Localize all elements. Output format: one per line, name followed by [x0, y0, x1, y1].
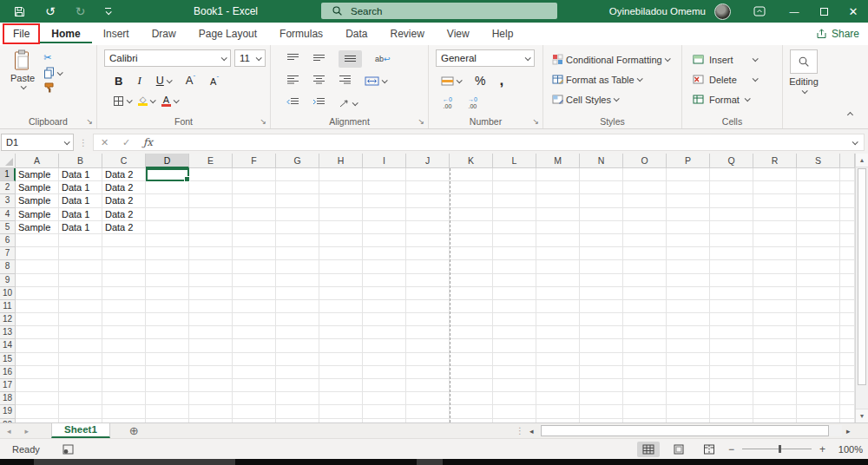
cell-J17[interactable] — [406, 379, 450, 392]
sheet-tab-sheet1[interactable]: Sheet1 — [51, 423, 110, 438]
increase-indent-button[interactable] — [312, 97, 326, 109]
cell-D4[interactable] — [146, 208, 189, 221]
cell-R16[interactable] — [753, 366, 797, 379]
cell-Q6[interactable] — [710, 234, 753, 247]
row-header-1[interactable]: 1 — [0, 168, 16, 181]
cell-D13[interactable] — [146, 326, 189, 339]
row-header-8[interactable]: 8 — [0, 260, 16, 273]
cell-A9[interactable] — [16, 274, 59, 287]
cell-C15[interactable] — [102, 353, 146, 366]
cell-I2[interactable] — [363, 181, 406, 194]
scroll-up-button[interactable]: ▴ — [856, 154, 868, 167]
restore-button[interactable] — [809, 0, 838, 23]
cell-Q10[interactable] — [710, 287, 753, 300]
cell-F8[interactable] — [233, 260, 276, 273]
cell-P17[interactable] — [667, 379, 710, 392]
cell-H12[interactable] — [319, 313, 363, 326]
user-name[interactable]: Oyinebiladou Omemu — [609, 6, 706, 16]
percent-style-button[interactable]: % — [475, 74, 485, 88]
row-header-14[interactable]: 14 — [0, 339, 16, 352]
cell-J6[interactable] — [406, 234, 450, 247]
cell-P3[interactable] — [667, 194, 710, 207]
cell-R19[interactable] — [753, 405, 797, 418]
cell-R1[interactable] — [753, 168, 797, 181]
cell-A10[interactable] — [16, 287, 59, 300]
cell-N6[interactable] — [580, 234, 623, 247]
cell-K9[interactable] — [450, 274, 493, 287]
tab-home[interactable]: Home — [40, 24, 91, 43]
cell-P8[interactable] — [667, 260, 710, 273]
cell-S2[interactable] — [797, 181, 840, 194]
cell-P5[interactable] — [667, 221, 710, 234]
cell-D18[interactable] — [146, 392, 189, 405]
cell-H15[interactable] — [319, 353, 363, 366]
cell-styles-button[interactable]: Cell Styles — [552, 89, 681, 109]
tab-help[interactable]: Help — [481, 24, 525, 43]
select-all-button[interactable] — [0, 154, 16, 168]
cell-E10[interactable] — [189, 287, 233, 300]
row-header-19[interactable]: 19 — [0, 405, 16, 418]
cell-E14[interactable] — [189, 339, 233, 352]
cell-J2[interactable] — [406, 181, 450, 194]
cell-P1[interactable] — [667, 168, 710, 181]
cell-H14[interactable] — [319, 339, 363, 352]
zoom-out-button[interactable]: − — [728, 443, 734, 455]
cell-B9[interactable] — [59, 274, 102, 287]
decrease-decimal-button[interactable]: →0.00 — [468, 96, 477, 109]
cell-S5[interactable] — [797, 221, 840, 234]
cell-A16[interactable] — [16, 366, 59, 379]
cell-S4[interactable] — [797, 208, 840, 221]
cell-C11[interactable] — [102, 300, 146, 313]
cell-G13[interactable] — [276, 326, 319, 339]
search-box[interactable]: Search — [321, 3, 557, 19]
row-header-12[interactable]: 12 — [0, 313, 16, 326]
column-header-A[interactable]: A — [16, 154, 59, 168]
cell-M4[interactable] — [536, 208, 580, 221]
cell-H19[interactable] — [319, 405, 363, 418]
cell-B12[interactable] — [59, 313, 102, 326]
cell-Q19[interactable] — [710, 405, 753, 418]
cell-G17[interactable] — [276, 379, 319, 392]
cell-K13[interactable] — [450, 326, 493, 339]
cell-C14[interactable] — [102, 339, 146, 352]
font-color-button[interactable]: A — [161, 95, 178, 107]
cell-C1[interactable]: Data 2 — [102, 168, 146, 181]
cell-B10[interactable] — [59, 287, 102, 300]
cell-C17[interactable] — [102, 379, 146, 392]
cell-C10[interactable] — [102, 287, 146, 300]
cell-F18[interactable] — [233, 392, 276, 405]
cell-G5[interactable] — [276, 221, 319, 234]
cell-K6[interactable] — [450, 234, 493, 247]
cell-G10[interactable] — [276, 287, 319, 300]
cell-K2[interactable] — [450, 181, 493, 194]
decrease-indent-button[interactable] — [286, 97, 299, 109]
cell-G3[interactable] — [276, 194, 319, 207]
row-header-11[interactable]: 11 — [0, 300, 16, 313]
cell-M10[interactable] — [536, 287, 580, 300]
column-header-G[interactable]: G — [276, 154, 319, 168]
cell-E17[interactable] — [189, 379, 233, 392]
cell-A6[interactable] — [16, 234, 59, 247]
tab-scroll-splitter[interactable]: ⋮ — [516, 426, 524, 436]
cell-I12[interactable] — [363, 313, 406, 326]
cell-M8[interactable] — [536, 260, 580, 273]
cell-C16[interactable] — [102, 366, 146, 379]
cell-J3[interactable] — [406, 194, 450, 207]
cell-L6[interactable] — [493, 234, 536, 247]
cell-O2[interactable] — [623, 181, 667, 194]
align-left-button[interactable] — [286, 75, 299, 87]
column-header-M[interactable]: M — [536, 154, 580, 168]
cell-F12[interactable] — [233, 313, 276, 326]
cell-I7[interactable] — [363, 247, 406, 260]
merge-center-button[interactable] — [365, 76, 386, 86]
row-header-3[interactable]: 3 — [0, 194, 16, 207]
cell-S10[interactable] — [797, 287, 840, 300]
cell-I4[interactable] — [363, 208, 406, 221]
cell-B8[interactable] — [59, 260, 102, 273]
cell-N3[interactable] — [580, 194, 623, 207]
page-break-preview-button[interactable] — [698, 442, 720, 457]
cell-E16[interactable] — [189, 366, 233, 379]
cell-M18[interactable] — [536, 392, 580, 405]
cell-F11[interactable] — [233, 300, 276, 313]
bottom-align-button[interactable] — [339, 50, 362, 68]
